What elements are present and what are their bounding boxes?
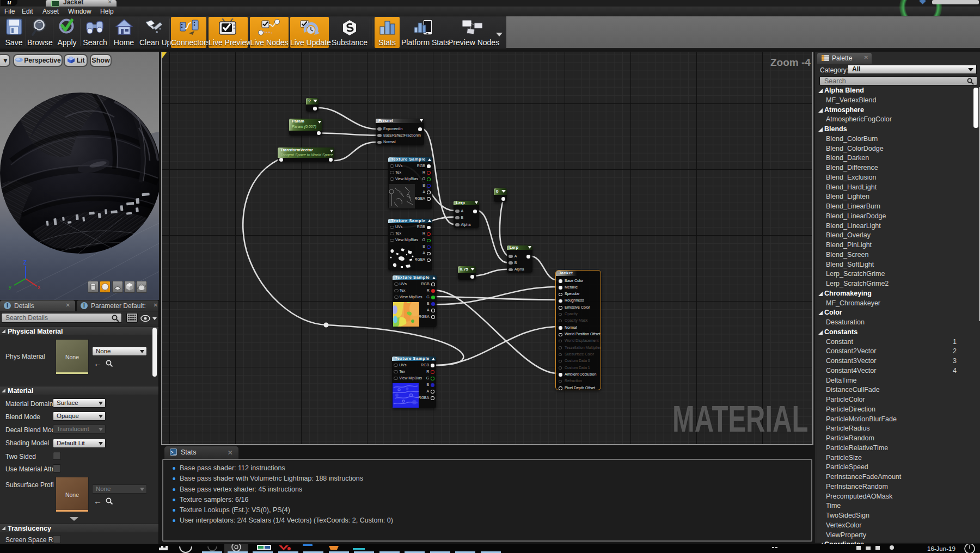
svg-text:x: x: [38, 284, 40, 290]
svg-text:Z: Z: [23, 260, 27, 266]
svg-text:y: y: [9, 284, 11, 290]
